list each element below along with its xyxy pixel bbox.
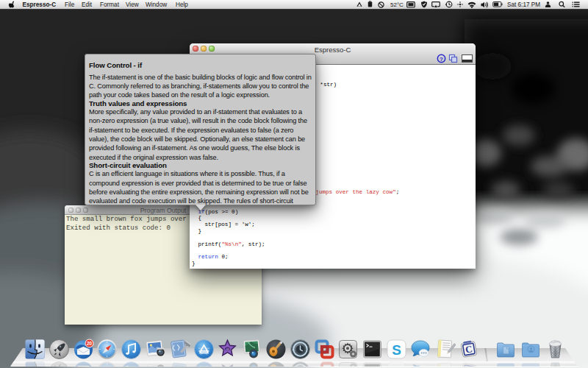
svg-text:S: S xyxy=(392,342,401,358)
svg-text:iM: iM xyxy=(226,347,229,351)
svg-text:20: 20 xyxy=(86,341,92,346)
svg-text:?: ? xyxy=(440,56,443,63)
svg-text:S: S xyxy=(392,363,401,367)
